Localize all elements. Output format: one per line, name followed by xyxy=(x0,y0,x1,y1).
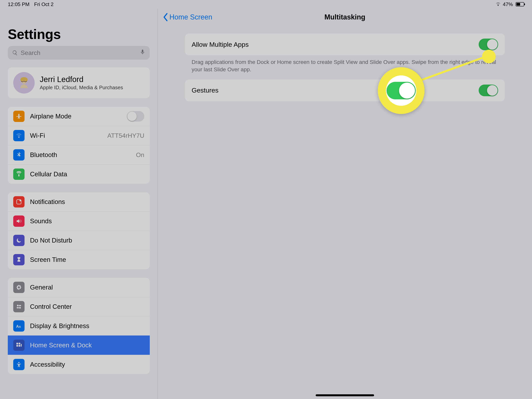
cellular-icon xyxy=(13,168,25,180)
sidebar-item-display[interactable]: AA Display & Brightness xyxy=(8,316,150,335)
svg-point-6 xyxy=(17,305,19,306)
svg-rect-14 xyxy=(16,345,18,347)
sidebar-item-notifications[interactable]: Notifications xyxy=(8,192,150,211)
search-input[interactable]: Search xyxy=(8,46,150,60)
svg-point-8 xyxy=(19,307,21,309)
sidebar-item-sounds[interactable]: Sounds xyxy=(8,211,150,231)
sidebar-item-label: Accessibility xyxy=(30,361,144,368)
sidebar-item-appleid[interactable]: Jerri Ledford Apple ID, iCloud, Media & … xyxy=(8,67,150,98)
app-grid-icon xyxy=(13,340,25,351)
sidebar-item-label: Display & Brightness xyxy=(30,322,144,330)
sidebar-item-dnd[interactable]: Do Not Disturb xyxy=(8,231,150,250)
accessibility-icon xyxy=(13,359,25,370)
sidebar-item-cellular[interactable]: Cellular Data xyxy=(8,164,150,184)
wifi-icon xyxy=(13,130,25,141)
setting-allow-multiple-apps[interactable]: Allow Multiple Apps xyxy=(185,33,505,55)
notifications-icon xyxy=(13,196,25,207)
gear-icon xyxy=(13,282,25,293)
status-date: Fri Oct 2 xyxy=(34,1,54,7)
sidebar-item-label: Screen Time xyxy=(30,256,144,264)
search-placeholder: Search xyxy=(21,49,40,57)
mic-icon[interactable] xyxy=(140,49,146,57)
setting-label: Allow Multiple Apps xyxy=(192,41,249,48)
svg-rect-13 xyxy=(19,343,20,344)
battery-icon xyxy=(516,2,524,6)
sidebar-item-label: Bluetooth xyxy=(30,151,130,159)
user-name: Jerri Ledford xyxy=(40,75,123,84)
search-icon xyxy=(12,50,18,56)
moon-icon xyxy=(13,235,25,246)
sidebar-item-bluetooth[interactable]: Bluetooth On xyxy=(8,145,150,164)
sidebar-item-label: Sounds xyxy=(30,217,144,225)
back-button[interactable]: Home Screen xyxy=(158,13,212,21)
text-size-icon: AA xyxy=(13,320,25,332)
page-title: Settings xyxy=(8,26,150,42)
svg-text:A: A xyxy=(16,324,19,328)
sidebar-item-accessibility[interactable]: Accessibility xyxy=(8,355,150,374)
svg-rect-15 xyxy=(19,345,20,347)
battery-percent: 47% xyxy=(503,1,513,7)
svg-text:A: A xyxy=(19,325,21,328)
setting-gestures[interactable]: Gestures xyxy=(185,79,505,101)
svg-rect-9 xyxy=(17,307,19,309)
sidebar-item-label: General xyxy=(30,284,144,291)
sidebar-item-label: Control Center xyxy=(30,303,144,310)
sidebar-item-label: Wi-Fi xyxy=(30,132,102,139)
back-label: Home Screen xyxy=(169,13,212,21)
sidebar-item-label: Airplane Mode xyxy=(30,113,121,120)
airplane-toggle[interactable] xyxy=(127,111,144,122)
chevron-left-icon xyxy=(162,13,169,21)
wifi-value: ATT54rHY7U xyxy=(107,132,144,139)
sliders-icon xyxy=(13,301,25,312)
hourglass-icon xyxy=(13,254,25,265)
svg-rect-16 xyxy=(21,344,22,347)
allow-multiple-apps-toggle[interactable] xyxy=(479,39,498,50)
sidebar-item-label: Notifications xyxy=(30,198,144,206)
sidebar-item-airplane[interactable]: Airplane Mode xyxy=(8,107,150,126)
svg-point-5 xyxy=(19,200,21,201)
svg-rect-7 xyxy=(19,305,21,306)
setting-footer: Drag applications from the Dock or Home … xyxy=(185,55,505,79)
sidebar-item-home-screen[interactable]: Home Screen & Dock xyxy=(8,335,150,355)
avatar xyxy=(13,72,35,94)
bluetooth-value: On xyxy=(136,151,144,159)
sidebar-item-general[interactable]: General xyxy=(8,278,150,297)
gestures-toggle[interactable] xyxy=(479,84,498,96)
sounds-icon xyxy=(13,215,25,227)
sidebar-item-control-center[interactable]: Control Center xyxy=(8,297,150,316)
detail-title: Multitasking xyxy=(158,13,532,21)
wifi-icon xyxy=(495,1,501,7)
sidebar-item-label: Do Not Disturb xyxy=(30,237,144,244)
status-time: 12:05 PM xyxy=(8,1,29,7)
airplane-icon xyxy=(13,111,25,122)
sidebar-item-label: Cellular Data xyxy=(30,170,144,178)
sidebar-item-screentime[interactable]: Screen Time xyxy=(8,250,150,269)
sidebar-item-label: Home Screen & Dock xyxy=(30,341,144,349)
sidebar: Settings Search Jerri Ledford Apple ID, … xyxy=(0,9,158,399)
svg-point-17 xyxy=(18,362,19,363)
user-sub: Apple ID, iCloud, Media & Purchases xyxy=(40,84,123,90)
sidebar-item-wifi[interactable]: Wi-Fi ATT54rHY7U xyxy=(8,126,150,145)
detail-pane: Home Screen Multitasking Allow Multiple … xyxy=(158,9,532,399)
status-bar: 12:05 PM Fri Oct 2 47% xyxy=(0,0,532,9)
svg-rect-12 xyxy=(16,343,18,344)
bluetooth-icon xyxy=(13,149,25,161)
setting-label: Gestures xyxy=(192,86,218,94)
home-indicator[interactable] xyxy=(316,394,374,396)
